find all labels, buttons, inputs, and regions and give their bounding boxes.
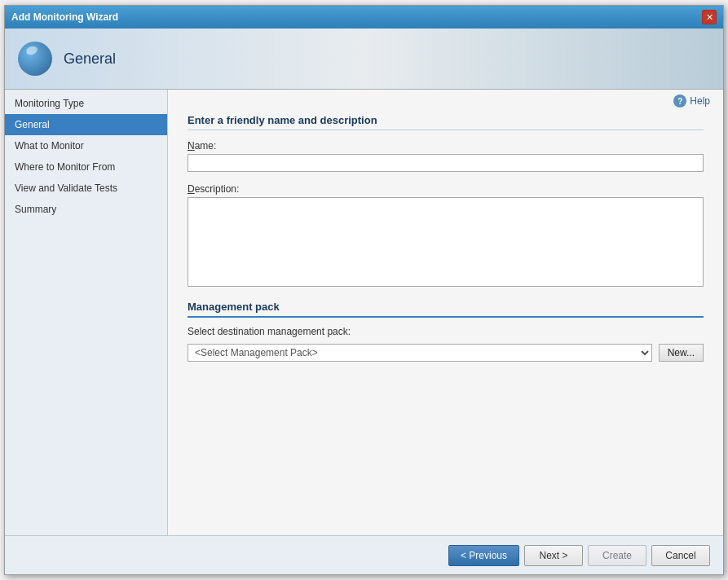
help-icon: ? (673, 94, 686, 108)
previous-button[interactable]: < Previous (448, 545, 519, 566)
sidebar-item-general[interactable]: General (5, 114, 167, 135)
help-link[interactable]: ? Help (673, 94, 710, 108)
name-label: Name: (188, 140, 704, 152)
title-bar: Add Monitoring Wizard ✕ (5, 6, 723, 29)
mgmt-pack-title: Management pack (188, 301, 704, 318)
close-button[interactable]: ✕ (702, 10, 717, 24)
header-title: General (64, 51, 116, 68)
name-input[interactable] (188, 154, 704, 172)
main-layout: Monitoring Type General What to Monitor … (5, 90, 723, 535)
description-group: Description: (188, 183, 704, 289)
sidebar-item-view-validate[interactable]: View and Validate Tests (5, 178, 167, 199)
management-pack-section: Management pack Select destination manag… (188, 301, 704, 362)
next-button[interactable]: Next > (524, 545, 583, 566)
mgmt-pack-select[interactable]: <Select Management Pack> (188, 344, 652, 362)
wizard-window: Add Monitoring Wizard ✕ General Monitori… (4, 5, 724, 575)
header-area: General (5, 29, 723, 90)
sidebar-item-monitoring-type[interactable]: Monitoring Type (5, 93, 167, 114)
content-header: ? Help (168, 90, 723, 111)
wizard-icon (18, 42, 52, 76)
cancel-button[interactable]: Cancel (651, 545, 710, 566)
sidebar: Monitoring Type General What to Monitor … (5, 90, 168, 535)
content-body: Enter a friendly name and description Na… (168, 111, 723, 535)
mgmt-pack-row: <Select Management Pack> New... (188, 344, 704, 362)
sidebar-item-what-to-monitor[interactable]: What to Monitor (5, 135, 167, 156)
section-title: Enter a friendly name and description (188, 114, 704, 130)
description-label: Description: (188, 183, 704, 195)
new-button[interactable]: New... (659, 344, 704, 362)
footer: < Previous Next > Create Cancel (5, 535, 723, 574)
content-area: ? Help Enter a friendly name and descrip… (168, 90, 723, 535)
mgmt-pack-select-label: Select destination management pack: (188, 326, 704, 337)
window-title: Add Monitoring Wizard (11, 11, 702, 23)
sidebar-item-summary[interactable]: Summary (5, 199, 167, 220)
name-group: Name: (188, 140, 704, 172)
description-input[interactable] (188, 197, 704, 287)
create-button[interactable]: Create (588, 545, 646, 566)
sidebar-item-where-to-monitor[interactable]: Where to Monitor From (5, 156, 167, 178)
